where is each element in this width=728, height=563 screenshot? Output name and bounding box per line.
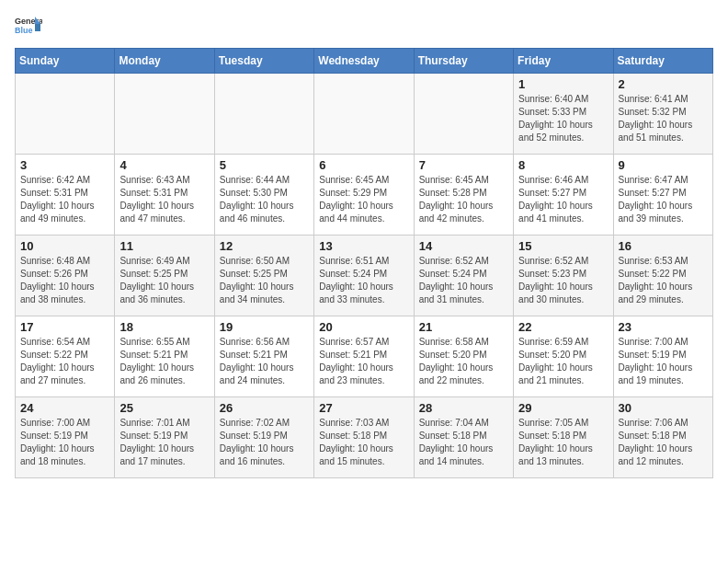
calendar-cell: 7Sunrise: 6:45 AM Sunset: 5:28 PM Daylig… (414, 155, 513, 236)
day-info: Sunrise: 7:00 AM Sunset: 5:19 PM Dayligh… (20, 417, 109, 468)
calendar-cell: 19Sunrise: 6:56 AM Sunset: 5:21 PM Dayli… (214, 316, 313, 397)
calendar-cell: 14Sunrise: 6:52 AM Sunset: 5:24 PM Dayli… (414, 236, 513, 316)
calendar-week-row: 10Sunrise: 6:48 AM Sunset: 5:26 PM Dayli… (16, 236, 713, 316)
calendar-cell: 23Sunrise: 7:00 AM Sunset: 5:19 PM Dayli… (613, 316, 712, 397)
day-number: 8 (518, 158, 608, 172)
day-number: 7 (419, 158, 508, 172)
day-info: Sunrise: 6:59 AM Sunset: 5:20 PM Dayligh… (518, 336, 608, 387)
day-info: Sunrise: 6:45 AM Sunset: 5:29 PM Dayligh… (319, 174, 408, 225)
day-info: Sunrise: 6:54 AM Sunset: 5:22 PM Dayligh… (20, 336, 109, 387)
calendar-table: SundayMondayTuesdayWednesdayThursdayFrid… (15, 48, 713, 478)
day-number: 22 (518, 320, 608, 334)
day-number: 3 (20, 158, 109, 172)
day-info: Sunrise: 6:46 AM Sunset: 5:27 PM Dayligh… (518, 174, 608, 225)
day-number: 2 (619, 77, 708, 91)
day-number: 21 (419, 320, 508, 334)
weekday-header-friday: Friday (514, 49, 613, 74)
calendar-cell: 26Sunrise: 7:02 AM Sunset: 5:19 PM Dayli… (214, 397, 313, 478)
calendar-cell: 8Sunrise: 6:46 AM Sunset: 5:27 PM Daylig… (514, 155, 613, 236)
svg-marker-3 (35, 24, 40, 31)
calendar-week-row: 17Sunrise: 6:54 AM Sunset: 5:22 PM Dayli… (16, 316, 713, 397)
day-number: 16 (619, 239, 708, 253)
day-info: Sunrise: 6:40 AM Sunset: 5:33 PM Dayligh… (518, 93, 608, 144)
day-number: 12 (220, 239, 309, 253)
day-number: 6 (319, 158, 408, 172)
day-number: 27 (319, 401, 408, 415)
calendar-cell: 30Sunrise: 7:06 AM Sunset: 5:18 PM Dayli… (613, 397, 712, 478)
calendar-cell: 13Sunrise: 6:51 AM Sunset: 5:24 PM Dayli… (314, 236, 414, 316)
calendar-cell: 6Sunrise: 6:45 AM Sunset: 5:29 PM Daylig… (314, 155, 414, 236)
calendar-cell (314, 74, 414, 155)
day-number: 29 (518, 401, 608, 415)
day-info: Sunrise: 6:44 AM Sunset: 5:30 PM Dayligh… (220, 174, 309, 225)
logo: General Blue (15, 15, 46, 37)
calendar-cell: 3Sunrise: 6:42 AM Sunset: 5:31 PM Daylig… (16, 155, 115, 236)
day-info: Sunrise: 6:58 AM Sunset: 5:20 PM Dayligh… (419, 336, 508, 387)
day-info: Sunrise: 7:06 AM Sunset: 5:18 PM Dayligh… (619, 417, 708, 468)
page-header: General Blue (15, 15, 713, 37)
calendar-cell (115, 74, 214, 155)
day-number: 19 (220, 320, 309, 334)
calendar-cell: 1Sunrise: 6:40 AM Sunset: 5:33 PM Daylig… (514, 74, 613, 155)
weekday-header-monday: Monday (115, 49, 214, 74)
weekday-header-thursday: Thursday (414, 49, 513, 74)
calendar-cell: 22Sunrise: 6:59 AM Sunset: 5:20 PM Dayli… (514, 316, 613, 397)
day-number: 28 (419, 401, 508, 415)
day-number: 13 (319, 239, 408, 253)
calendar-cell: 28Sunrise: 7:04 AM Sunset: 5:18 PM Dayli… (414, 397, 513, 478)
day-number: 24 (20, 401, 109, 415)
day-number: 30 (619, 401, 708, 415)
weekday-header-wednesday: Wednesday (314, 49, 414, 74)
calendar-week-row: 1Sunrise: 6:40 AM Sunset: 5:33 PM Daylig… (16, 74, 713, 155)
day-info: Sunrise: 7:05 AM Sunset: 5:18 PM Dayligh… (518, 417, 608, 468)
day-info: Sunrise: 6:41 AM Sunset: 5:32 PM Dayligh… (619, 93, 708, 144)
calendar-cell: 9Sunrise: 6:47 AM Sunset: 5:27 PM Daylig… (613, 155, 712, 236)
day-info: Sunrise: 6:48 AM Sunset: 5:26 PM Dayligh… (20, 255, 109, 306)
calendar-cell: 20Sunrise: 6:57 AM Sunset: 5:21 PM Dayli… (314, 316, 414, 397)
calendar-cell: 24Sunrise: 7:00 AM Sunset: 5:19 PM Dayli… (16, 397, 115, 478)
calendar-cell: 29Sunrise: 7:05 AM Sunset: 5:18 PM Dayli… (514, 397, 613, 478)
day-number: 26 (220, 401, 309, 415)
calendar-cell: 11Sunrise: 6:49 AM Sunset: 5:25 PM Dayli… (115, 236, 214, 316)
calendar-cell: 12Sunrise: 6:50 AM Sunset: 5:25 PM Dayli… (214, 236, 313, 316)
day-info: Sunrise: 7:03 AM Sunset: 5:18 PM Dayligh… (319, 417, 408, 468)
day-info: Sunrise: 6:45 AM Sunset: 5:28 PM Dayligh… (419, 174, 508, 225)
calendar-cell: 2Sunrise: 6:41 AM Sunset: 5:32 PM Daylig… (613, 74, 712, 155)
day-info: Sunrise: 6:50 AM Sunset: 5:25 PM Dayligh… (220, 255, 309, 306)
day-info: Sunrise: 7:00 AM Sunset: 5:19 PM Dayligh… (619, 336, 708, 387)
weekday-header-sunday: Sunday (16, 49, 115, 74)
day-info: Sunrise: 6:55 AM Sunset: 5:21 PM Dayligh… (119, 336, 209, 387)
day-number: 18 (119, 320, 209, 334)
calendar-cell: 4Sunrise: 6:43 AM Sunset: 5:31 PM Daylig… (115, 155, 214, 236)
day-info: Sunrise: 6:42 AM Sunset: 5:31 PM Dayligh… (20, 174, 109, 225)
weekday-header-row: SundayMondayTuesdayWednesdayThursdayFrid… (16, 49, 713, 74)
calendar-cell (414, 74, 513, 155)
calendar-cell: 15Sunrise: 6:52 AM Sunset: 5:23 PM Dayli… (514, 236, 613, 316)
calendar-week-row: 24Sunrise: 7:00 AM Sunset: 5:19 PM Dayli… (16, 397, 713, 478)
day-info: Sunrise: 6:53 AM Sunset: 5:22 PM Dayligh… (619, 255, 708, 306)
day-number: 25 (119, 401, 209, 415)
day-info: Sunrise: 6:43 AM Sunset: 5:31 PM Dayligh… (119, 174, 209, 225)
day-number: 23 (619, 320, 708, 334)
calendar-cell: 21Sunrise: 6:58 AM Sunset: 5:20 PM Dayli… (414, 316, 513, 397)
logo-icon: General Blue (15, 15, 42, 37)
day-number: 11 (119, 239, 209, 253)
day-number: 20 (319, 320, 408, 334)
calendar-cell: 5Sunrise: 6:44 AM Sunset: 5:30 PM Daylig… (214, 155, 313, 236)
calendar-cell: 10Sunrise: 6:48 AM Sunset: 5:26 PM Dayli… (16, 236, 115, 316)
day-number: 14 (419, 239, 508, 253)
day-number: 9 (619, 158, 708, 172)
calendar-cell: 25Sunrise: 7:01 AM Sunset: 5:19 PM Dayli… (115, 397, 214, 478)
day-info: Sunrise: 6:49 AM Sunset: 5:25 PM Dayligh… (119, 255, 209, 306)
day-number: 1 (518, 77, 608, 91)
day-info: Sunrise: 7:02 AM Sunset: 5:19 PM Dayligh… (220, 417, 309, 468)
day-info: Sunrise: 7:04 AM Sunset: 5:18 PM Dayligh… (419, 417, 508, 468)
day-info: Sunrise: 6:52 AM Sunset: 5:24 PM Dayligh… (419, 255, 508, 306)
weekday-header-saturday: Saturday (613, 49, 712, 74)
day-info: Sunrise: 6:52 AM Sunset: 5:23 PM Dayligh… (518, 255, 608, 306)
calendar-week-row: 3Sunrise: 6:42 AM Sunset: 5:31 PM Daylig… (16, 155, 713, 236)
day-number: 5 (220, 158, 309, 172)
day-number: 15 (518, 239, 608, 253)
calendar-cell: 27Sunrise: 7:03 AM Sunset: 5:18 PM Dayli… (314, 397, 414, 478)
day-number: 10 (20, 239, 109, 253)
